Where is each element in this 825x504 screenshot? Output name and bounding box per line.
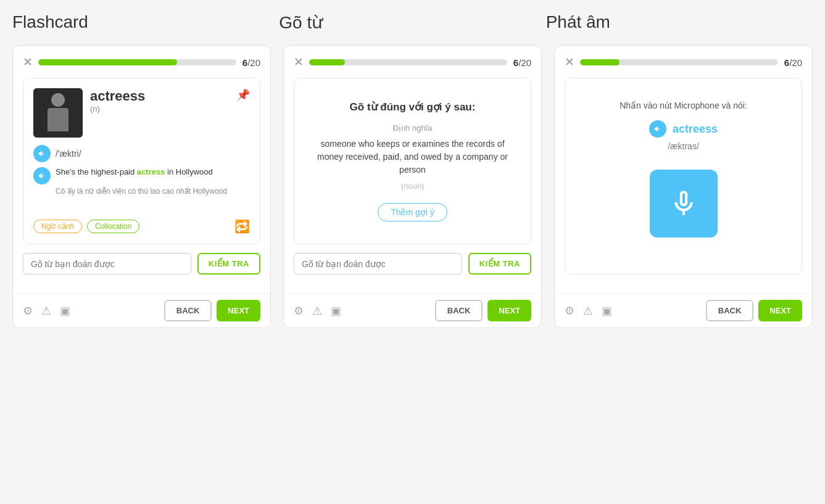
highlight-word: actress — [137, 167, 165, 176]
flashcard-nav-btns: BACK NEXT — [164, 300, 260, 321]
audio-btn-1[interactable] — [33, 145, 51, 162]
gotu-definition: someone who keeps or examines the record… — [317, 138, 508, 176]
flashcard-progress-text: 6/20 — [243, 57, 260, 68]
word-image-inner — [33, 88, 83, 138]
phatam-card: Nhấn vào nút Microphone và nói: actreess… — [565, 78, 802, 275]
flashcard-warning-icon[interactable]: ⚠ — [41, 304, 51, 318]
gotu-pos: (noun) — [401, 181, 425, 191]
gotu-close-btn[interactable]: ✕ — [294, 56, 303, 69]
word-title-block: actreess (n) — [90, 88, 236, 114]
gotu-input-row: KIỂM TRA — [294, 253, 531, 275]
panels-container: ✕ 6/20 actreess (n) — [12, 45, 813, 328]
word-header: actreess (n) 📌 — [33, 88, 250, 138]
flashcard-gear-icon[interactable]: ⚙ — [23, 304, 33, 318]
phatam-pron: /æktras/ — [668, 141, 699, 151]
gotu-instruction: Gõ từ đúng với gợi ý sau: — [350, 101, 476, 114]
pin-icon[interactable]: 📌 — [236, 88, 250, 102]
tag-collocation-btn[interactable]: Collocation — [87, 220, 139, 233]
title-flashcard: Flashcard — [12, 12, 279, 33]
gotu-next-btn[interactable]: NEXT — [487, 300, 531, 321]
gotu-progress-bar-fill — [309, 59, 345, 65]
translation-text: Cô ấy là nữ diễn viên có thù lao cao nhấ… — [56, 187, 250, 196]
title-phatam: Phát âm — [546, 12, 813, 33]
word-title: actreess — [90, 88, 236, 104]
gotu-warning-icon[interactable]: ⚠ — [312, 304, 322, 318]
share-icon[interactable]: 🔁 — [234, 219, 250, 234]
phatam-progress-text: 6/20 — [784, 57, 802, 68]
phatam-panel: ✕ 6/20 Nhấn vào nút Microphone và nói: — [554, 45, 813, 328]
flashcard-guess-input[interactable] — [23, 253, 191, 275]
flashcard-footer: ⚙ ⚠ ▣ BACK NEXT — [13, 293, 270, 328]
example-text: She's the highest-paid actress in Hollyw… — [56, 167, 213, 176]
phatam-next-btn[interactable]: NEXT — [758, 300, 802, 321]
gotu-hint-label: Định nghĩa — [393, 123, 433, 133]
flashcard-card-icon[interactable]: ▣ — [60, 304, 70, 318]
phatam-warning-icon[interactable]: ⚠ — [583, 304, 593, 318]
them-goi-y-btn[interactable]: Thêm gợi ý — [378, 203, 447, 221]
flashcard-footer-icons: ⚙ ⚠ ▣ — [23, 304, 70, 318]
flashcard-card: actreess (n) 📌 /'æktri/ — [23, 78, 260, 244]
flashcard-check-btn[interactable]: KIỂM TRA — [197, 253, 260, 275]
phatam-card-inner: Nhấn vào nút Microphone và nói: actreess… — [575, 88, 792, 264]
word-pos: (n) — [90, 104, 236, 114]
title-gotu: Gõ từ — [279, 12, 545, 33]
phatam-progress-row: ✕ 6/20 — [565, 56, 802, 69]
example-row: She's the highest-paid actress in Hollyw… — [33, 167, 250, 184]
flashcard-progress-bar-fill — [38, 59, 177, 65]
gotu-footer: ⚙ ⚠ ▣ BACK NEXT — [284, 293, 541, 328]
gotu-card: Gõ từ đúng với gợi ý sau: Định nghĩa som… — [294, 78, 531, 244]
pronunciation-text: /'æktri/ — [56, 149, 81, 159]
phatam-progress-bar-fill — [580, 59, 620, 65]
gotu-check-btn[interactable]: KIỂM TRA — [468, 253, 531, 275]
tags-row: Ngữ cảnh Collocation 🔁 — [33, 219, 250, 234]
phatam-nav-btns: BACK NEXT — [706, 300, 802, 321]
gotu-gear-icon[interactable]: ⚙ — [294, 304, 304, 318]
phatam-footer-icons: ⚙ ⚠ ▣ — [565, 304, 612, 318]
flashcard-back-btn[interactable]: BACK — [164, 300, 212, 321]
gotu-footer-icons: ⚙ ⚠ ▣ — [294, 304, 341, 318]
phatam-close-btn[interactable]: ✕ — [565, 56, 574, 69]
phatam-word-row: actreess — [649, 120, 718, 138]
flashcard-progress-row: ✕ 6/20 — [23, 56, 260, 69]
gotu-progress-row: ✕ 6/20 — [294, 56, 531, 69]
flashcard-panel: ✕ 6/20 actreess (n) — [12, 45, 271, 328]
gotu-card-icon[interactable]: ▣ — [331, 304, 341, 318]
word-image — [33, 88, 83, 138]
mic-button[interactable] — [650, 170, 718, 238]
phatam-progress-bar-bg — [580, 59, 778, 65]
gotu-back-btn[interactable]: BACK — [435, 300, 483, 321]
tag-ngucanh-btn[interactable]: Ngữ cảnh — [33, 220, 82, 233]
phatam-gear-icon[interactable]: ⚙ — [565, 304, 574, 318]
gotu-progress-bar-bg — [309, 59, 507, 65]
phatam-instruction: Nhấn vào nút Microphone và nói: — [620, 101, 747, 110]
flashcard-close-btn[interactable]: ✕ — [23, 56, 32, 69]
flashcard-next-btn[interactable]: NEXT — [217, 300, 260, 321]
gotu-progress-text: 6/20 — [513, 57, 531, 68]
gotu-card-inner: Gõ từ đúng với gợi ý sau: Định nghĩa som… — [304, 88, 521, 234]
phatam-footer: ⚙ ⚠ ▣ BACK NEXT — [555, 293, 812, 328]
gotu-nav-btns: BACK NEXT — [435, 300, 531, 321]
gotu-guess-input[interactable] — [294, 253, 462, 275]
flashcard-progress-bar-bg — [38, 59, 236, 65]
phatam-back-btn[interactable]: BACK — [706, 300, 754, 321]
pron-row-1: /'æktri/ — [33, 145, 250, 162]
audio-btn-2[interactable] — [33, 167, 51, 184]
flashcard-input-row: KIỂM TRA — [23, 253, 260, 275]
phatam-word: actreess — [673, 123, 718, 136]
gotu-panel: ✕ 6/20 Gõ từ đúng với gợi ý sau: Định ng… — [283, 45, 542, 328]
phatam-audio-btn[interactable] — [649, 120, 666, 138]
phatam-card-icon[interactable]: ▣ — [602, 304, 612, 318]
top-titles: Flashcard Gõ từ Phát âm — [12, 12, 813, 33]
